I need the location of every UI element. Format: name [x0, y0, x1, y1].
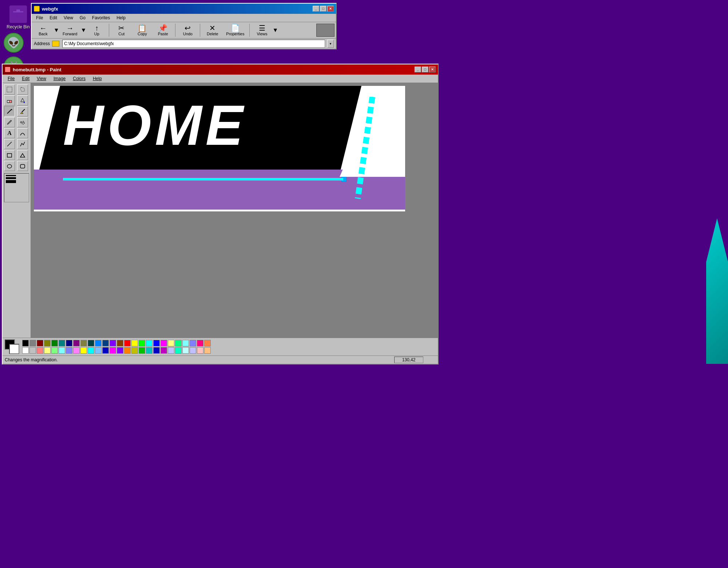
explorer-undo-button[interactable]: ↩ Undo — [178, 23, 198, 37]
explorer-minimize-button[interactable]: _ — [313, 6, 319, 12]
paint-menu-file[interactable]: File — [4, 75, 18, 82]
paint-menu-image[interactable]: Image — [50, 75, 69, 82]
explorer-menu-go[interactable]: Go — [77, 15, 88, 21]
tool-select-free[interactable] — [17, 84, 28, 95]
explorer-paste-button[interactable]: 📌 Paste — [153, 23, 173, 37]
palette-color-silver[interactable] — [29, 347, 36, 354]
palette-color-medgreen[interactable] — [139, 347, 145, 354]
palette-color-lightyellow[interactable] — [168, 340, 174, 346]
palette-color-green[interactable] — [51, 340, 58, 346]
current-color-box[interactable] — [5, 339, 19, 354]
palette-color-olive[interactable] — [44, 340, 51, 346]
palette-color-black[interactable] — [22, 340, 29, 346]
palette-color-medpurple[interactable] — [161, 347, 167, 354]
palette-color-cyan[interactable] — [146, 340, 153, 346]
forward-dropdown-icon[interactable]: ▼ — [81, 27, 86, 33]
explorer-up-button[interactable]: ↑ Up — [87, 23, 107, 37]
tool-ellipse[interactable] — [4, 161, 15, 171]
palette-color-teal[interactable] — [59, 340, 65, 346]
paint-canvas[interactable]: HOME — [34, 86, 405, 211]
explorer-views-button[interactable]: ☰ Views — [252, 23, 272, 37]
palette-color-blue[interactable] — [95, 340, 102, 346]
palette-color-lightcyan[interactable] — [182, 340, 189, 346]
palette-color-paleblue[interactable] — [66, 347, 72, 354]
palette-color-red[interactable] — [124, 340, 131, 346]
brush-size-medium[interactable] — [6, 177, 27, 179]
brush-size-small[interactable] — [6, 175, 27, 176]
recycle-bin[interactable]: Recycle Bin — [5, 5, 31, 29]
tool-colorpick[interactable] — [17, 106, 28, 116]
palette-color-palecyan[interactable] — [59, 347, 65, 354]
palette-color-icyblue[interactable] — [182, 347, 189, 354]
palette-color-skyblue[interactable] — [95, 347, 102, 354]
palette-color-darkyellow[interactable] — [80, 340, 87, 346]
palette-color-white[interactable] — [22, 347, 29, 354]
paint-minimize-button[interactable]: _ — [415, 67, 421, 72]
tool-airbrush[interactable] — [17, 117, 28, 127]
palette-color-medteal[interactable] — [146, 347, 153, 354]
explorer-menu-help[interactable]: Help — [114, 15, 128, 21]
palette-color-orange[interactable] — [204, 340, 211, 346]
explorer-delete-button[interactable]: ✕ Delete — [202, 23, 222, 37]
explorer-maximize-button[interactable]: □ — [320, 6, 327, 12]
tool-shape-line[interactable] — [17, 150, 28, 160]
views-dropdown-icon[interactable]: ▼ — [273, 27, 278, 33]
palette-color-brown[interactable] — [117, 340, 123, 346]
palette-color-purple[interactable] — [73, 340, 80, 346]
palette-color-darkteal[interactable] — [88, 340, 94, 346]
explorer-forward-button[interactable]: → Forward — [60, 23, 80, 37]
palette-color-lightpink[interactable] — [197, 347, 203, 354]
palette-color-medblue[interactable] — [102, 347, 109, 354]
palette-color-fuchsia[interactable] — [110, 347, 116, 354]
palette-color-brightblue[interactable] — [153, 340, 160, 346]
paint-menu-help[interactable]: Help — [89, 75, 106, 82]
tool-round-rect[interactable] — [17, 161, 28, 171]
tool-brush[interactable] — [4, 117, 15, 127]
tool-pencil[interactable] — [4, 106, 15, 116]
palette-color-lavender[interactable] — [168, 347, 174, 354]
explorer-copy-button[interactable]: 📋 Copy — [132, 23, 152, 37]
palette-color-brightorange[interactable] — [124, 347, 131, 354]
palette-color-darkblue[interactable] — [102, 340, 109, 346]
palette-color-gray[interactable] — [29, 340, 36, 346]
address-dropdown-button[interactable]: ▼ — [327, 40, 334, 48]
paint-menu-colors[interactable]: Colors — [69, 75, 89, 82]
palette-color-brightcyan[interactable] — [88, 347, 94, 354]
back-dropdown-icon[interactable]: ▼ — [54, 27, 59, 33]
palette-color-mustard[interactable] — [131, 347, 138, 354]
palette-color-periwinkle[interactable] — [190, 340, 196, 346]
paint-close-button[interactable]: ✕ — [429, 67, 436, 72]
tool-poly[interactable] — [17, 139, 28, 149]
background-color[interactable] — [9, 344, 19, 354]
explorer-cut-button[interactable]: ✂ Cut — [111, 23, 131, 37]
explorer-menu-file[interactable]: File — [33, 15, 46, 21]
palette-color-brightyellow[interactable] — [80, 347, 87, 354]
palette-color-navy[interactable] — [66, 340, 72, 346]
tool-fill[interactable] — [17, 95, 28, 106]
palette-color-turquoise[interactable] — [175, 347, 182, 354]
palette-color-rose[interactable] — [197, 340, 203, 346]
tool-eraser[interactable] — [4, 95, 15, 106]
palette-color-salmon[interactable] — [37, 347, 43, 354]
palette-color-medblue2[interactable] — [153, 347, 160, 354]
explorer-back-button[interactable]: ← Back — [33, 23, 53, 37]
explorer-menu-favorites[interactable]: Favorites — [89, 15, 113, 21]
address-input[interactable]: C:\My Documents\webgfx — [62, 40, 325, 48]
paint-menu-edit[interactable]: Edit — [18, 75, 33, 82]
explorer-menu-edit[interactable]: Edit — [47, 15, 60, 21]
palette-color-paleyellow[interactable] — [44, 347, 51, 354]
explorer-menu-view[interactable]: View — [61, 15, 76, 21]
palette-color-pink[interactable] — [73, 347, 80, 354]
tool-select-rect[interactable] — [4, 84, 15, 95]
palette-color-violet[interactable] — [110, 340, 116, 346]
tool-rect[interactable] — [4, 150, 15, 160]
paint-maximize-button[interactable]: □ — [422, 67, 428, 72]
palette-color-peach[interactable] — [204, 347, 211, 354]
palette-color-indigo[interactable] — [117, 347, 123, 354]
brush-size-large[interactable] — [6, 180, 27, 183]
paint-menu-view[interactable]: View — [33, 75, 50, 82]
palette-color-yellow[interactable] — [131, 340, 138, 346]
palette-color-lime[interactable] — [139, 340, 145, 346]
tool-line[interactable] — [4, 139, 15, 149]
palette-color-magenta[interactable] — [161, 340, 167, 346]
